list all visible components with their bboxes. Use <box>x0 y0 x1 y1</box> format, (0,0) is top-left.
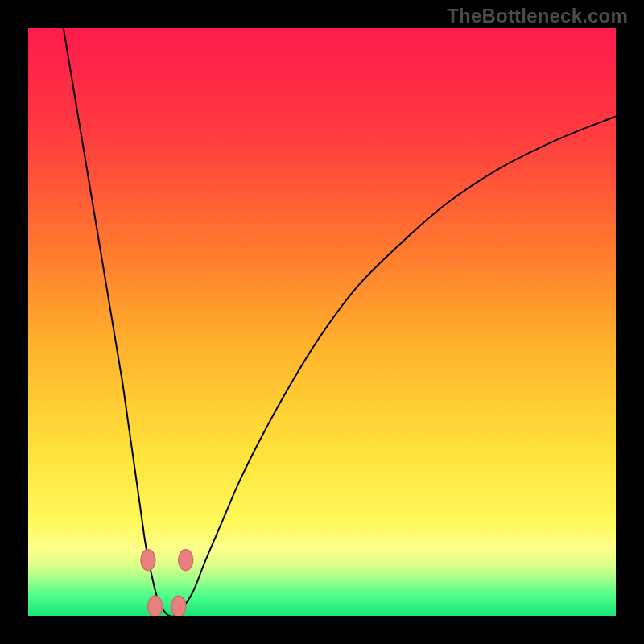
plot-area <box>28 28 616 616</box>
watermark-text: TheBottleneck.com <box>447 5 628 27</box>
curve-marker <box>171 596 186 616</box>
curve-marker <box>141 550 155 571</box>
curve-marker <box>179 550 193 571</box>
curve-marker <box>148 596 163 616</box>
bottleneck-curve <box>28 28 616 616</box>
chart-frame: TheBottleneck.com <box>0 0 644 644</box>
